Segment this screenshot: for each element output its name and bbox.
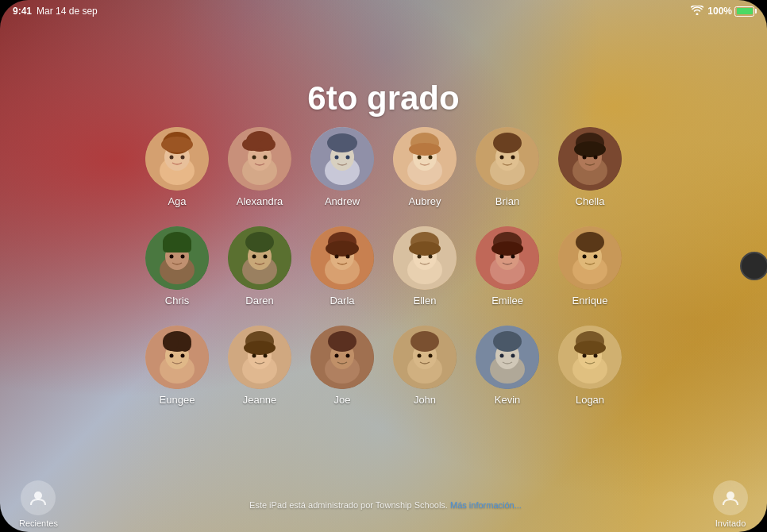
user-emilee[interactable]: Emilee <box>476 226 539 306</box>
status-bar: 9:41 Mar 14 de sep 100% <box>0 0 767 22</box>
bottom-bar: Recientes Este iPad está administrado po… <box>0 476 767 532</box>
home-button[interactable] <box>740 252 767 280</box>
guest-label: Invitado <box>715 519 746 528</box>
svg-point-52 <box>252 255 256 259</box>
user-kevin-name: Kevin <box>495 394 521 406</box>
svg-point-99 <box>328 331 357 352</box>
svg-point-105 <box>410 331 439 352</box>
user-aubrey[interactable]: Aubrey <box>393 127 457 207</box>
svg-point-73 <box>500 255 504 259</box>
bottom-info: Este iPad está administrado por Township… <box>58 497 713 511</box>
user-aga[interactable]: Aga <box>145 127 209 207</box>
user-eungee-name: Eungee <box>160 394 195 406</box>
user-brian[interactable]: Brian <box>476 127 539 207</box>
svg-point-14 <box>264 156 268 160</box>
avatar-eungee <box>145 326 209 389</box>
svg-point-101 <box>346 354 350 358</box>
svg-point-12 <box>260 138 276 151</box>
user-brian-name: Brian <box>495 195 519 207</box>
user-darla[interactable]: Darla <box>310 226 374 306</box>
svg-point-60 <box>346 255 350 259</box>
users-grid: Aga <box>0 127 767 406</box>
user-jeanne[interactable]: Jeanne <box>228 326 291 406</box>
user-andrew[interactable]: Andrew <box>310 127 374 207</box>
user-chella[interactable]: Chella <box>558 127 622 207</box>
svg-point-120 <box>594 354 598 358</box>
user-enrique[interactable]: Enrique <box>558 226 622 306</box>
ipad-frame: 9:41 Mar 14 de sep 100% <box>0 0 767 532</box>
svg-point-11 <box>242 138 261 151</box>
info-link[interactable]: Más información... <box>450 500 522 510</box>
avatar-joe <box>310 326 374 389</box>
svg-point-66 <box>418 255 422 259</box>
svg-point-100 <box>335 354 339 358</box>
user-daren[interactable]: Daren <box>228 226 291 306</box>
user-eungee[interactable]: Eungee <box>145 326 209 406</box>
avatar-emilee <box>476 226 539 290</box>
svg-point-25 <box>409 143 441 156</box>
user-enrique-name: Enrique <box>572 295 608 306</box>
svg-point-46 <box>170 255 174 259</box>
svg-point-93 <box>244 341 276 355</box>
avatar-andrew <box>310 127 374 191</box>
svg-point-111 <box>493 331 522 352</box>
svg-point-31 <box>493 133 522 153</box>
recents-button[interactable]: Recientes <box>19 480 58 528</box>
svg-point-88 <box>181 354 185 358</box>
guest-button[interactable]: Invitado <box>713 480 748 528</box>
user-joe-name: Joe <box>334 394 351 406</box>
svg-point-121 <box>34 492 42 499</box>
user-john[interactable]: John <box>393 326 457 406</box>
users-row-3: Eungee <box>145 326 622 406</box>
svg-point-40 <box>594 156 598 160</box>
user-daren-name: Daren <box>245 295 273 306</box>
avatar-chella <box>558 127 622 191</box>
user-ellen[interactable]: Ellen <box>393 226 457 306</box>
wifi-icon <box>691 6 703 17</box>
avatar-john <box>393 326 457 389</box>
svg-point-86 <box>179 337 191 352</box>
avatar-enrique <box>558 226 622 290</box>
svg-point-26 <box>418 156 422 160</box>
avatar-aubrey <box>393 127 457 191</box>
svg-point-107 <box>429 354 433 358</box>
users-row-1: Aga <box>145 127 622 207</box>
svg-point-106 <box>418 354 422 358</box>
svg-point-18 <box>327 133 357 152</box>
avatar-daren <box>228 226 291 290</box>
battery-icon <box>734 6 754 17</box>
user-jeanne-name: Jeanne <box>243 394 277 406</box>
svg-point-112 <box>500 354 504 358</box>
user-darla-name: Darla <box>330 295 354 306</box>
user-aga-name: Aga <box>168 195 186 207</box>
user-emilee-name: Emilee <box>491 295 523 306</box>
svg-point-13 <box>252 156 256 160</box>
svg-point-74 <box>511 255 515 259</box>
user-kevin[interactable]: Kevin <box>476 326 539 406</box>
svg-point-87 <box>170 354 174 358</box>
svg-point-119 <box>583 354 587 358</box>
user-joe[interactable]: Joe <box>310 326 374 406</box>
battery-fill <box>737 8 753 14</box>
avatar-chris <box>145 226 209 290</box>
svg-point-85 <box>163 335 179 351</box>
svg-point-51 <box>245 232 274 253</box>
svg-point-20 <box>346 156 350 160</box>
svg-point-38 <box>574 141 606 157</box>
svg-point-118 <box>574 341 606 355</box>
status-right: 100% <box>691 6 754 17</box>
avatar-jeanne <box>228 326 291 389</box>
user-andrew-name: Andrew <box>325 195 360 207</box>
user-alexandra[interactable]: Alexandra <box>228 127 291 207</box>
svg-point-72 <box>491 241 523 256</box>
svg-point-78 <box>576 232 604 253</box>
svg-point-80 <box>594 255 598 259</box>
svg-point-47 <box>181 255 185 259</box>
status-left: 9:41 Mar 14 de sep <box>13 6 98 17</box>
avatar-alexandra <box>228 127 291 191</box>
user-chris[interactable]: Chris <box>145 226 209 306</box>
user-logan[interactable]: Logan <box>558 326 622 406</box>
status-time: 9:41 <box>13 6 32 17</box>
user-chella-name: Chella <box>576 195 605 207</box>
svg-point-4 <box>161 137 193 152</box>
